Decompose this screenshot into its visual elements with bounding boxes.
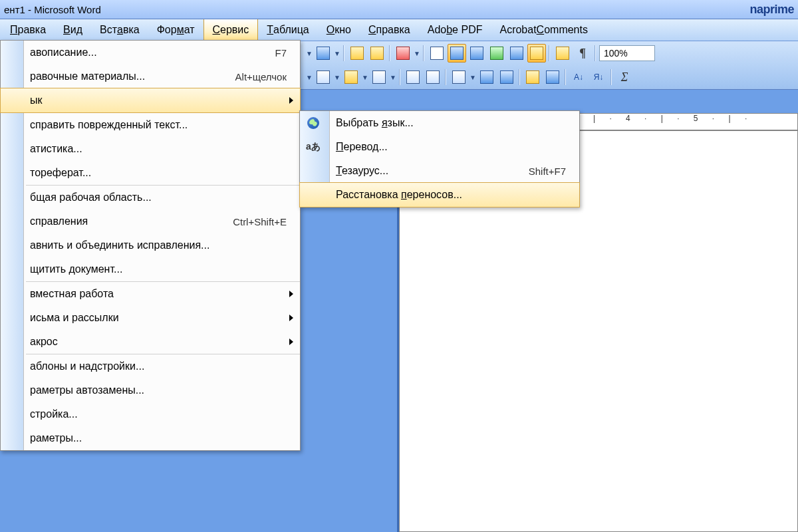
toolbar-drop-icon[interactable]: ▼ [362,74,368,81]
menu-item[interactable]: вместная работа [1,282,300,306]
toolbar-btn[interactable] [527,44,546,63]
submenu-item[interactable]: Расстановка переносов... [299,182,580,207]
menu-item[interactable]: тореферат... [1,161,300,185]
toolbar-btn[interactable] [467,44,486,63]
menu-item-label: раметры... [30,432,287,444]
toolbar-btn[interactable] [314,44,332,63]
menu-правка[interactable]: Правка [1,19,55,41]
menu-вставка[interactable]: Вставка [91,19,148,41]
submenu-arrow-icon [289,97,293,104]
toolbar-drop-icon[interactable]: ▼ [414,50,420,57]
service-menu-dropdown: авописание...F7равочные материалы...Alt+… [0,40,301,451]
menu-item-label: вместная работа [30,288,287,300]
toolbar-btn[interactable] [450,68,468,86]
menu-item-label: справить поврежденный текст... [30,119,287,131]
title-bar: ент1 - Microsoft Word naprime [0,0,798,19]
toolbar-btn[interactable] [477,68,496,86]
menu-item-label: раметры автозамены... [30,384,287,396]
toolbar-separator [565,69,567,85]
toolbar-btn[interactable] [448,44,466,63]
menu-item-label: ык [30,94,287,106]
menu-окно[interactable]: Окно [318,19,360,41]
submenu-item[interactable]: Выбрать язык... [300,111,579,135]
menu-item[interactable]: справленияCtrl+Shift+E [1,209,300,233]
sort-desc-icon[interactable]: Я↓ [589,68,608,86]
toolbar-btn[interactable] [404,68,422,86]
menu-item[interactable]: акрос [1,330,300,354]
submenu-item-label: Выбрать язык... [336,117,566,129]
menu-shortcut: Shift+F7 [509,166,566,177]
menu-item-label: справления [30,215,213,227]
toolbar-drop-icon[interactable]: ▼ [469,74,476,81]
submenu-item[interactable]: aあПеревод... [300,135,579,159]
menu-item-label: авописание... [30,47,255,59]
toolbar-btn[interactable] [370,68,388,86]
toolbar-btn[interactable] [553,44,572,63]
zoom-combo[interactable]: 100% [599,45,655,61]
menu-item-label: аблоны и надстройки... [30,360,287,372]
autosum-icon[interactable]: Σ [615,68,634,86]
toolbar-btn[interactable] [507,44,526,63]
toolbar-btn[interactable] [428,44,446,63]
toolbar-btn[interactable] [424,68,442,86]
menu-item[interactable]: справить поврежденный текст... [1,113,300,137]
submenu-item[interactable]: Тезаурус...Shift+F7 [300,159,579,183]
toolbar-separator [610,69,612,85]
menu-item[interactable]: равочные материалы...Alt+щелчок [1,65,300,88]
toolbar-drop-icon[interactable]: ▼ [390,74,396,81]
toolbar-btn[interactable] [314,68,332,86]
menu-item[interactable]: стройка... [1,402,300,426]
toolbar-separator [445,69,447,85]
menu-item-label: равочные материалы... [30,70,215,82]
menu-adobe-pdf[interactable]: Adobe PDF [419,19,491,41]
menu-item-label: атистика... [30,143,287,155]
submenu-arrow-icon [289,315,293,321]
toolbar-separator [343,45,345,61]
menu-item[interactable]: авнить и объединить исправления... [1,233,300,257]
menu-item[interactable]: авописание...F7 [1,41,300,65]
menu-item-label: акрос [30,336,287,348]
menu-справка[interactable]: Справка [360,19,419,41]
window-title: ент1 - Microsoft Word [4,4,749,15]
pilcrow-icon[interactable]: ¶ [573,44,592,63]
menu-вид[interactable]: Вид [55,19,91,41]
word-window: ент1 - Microsoft Word naprime ПравкаВидВ… [0,0,798,532]
menu-acrobat-comments[interactable]: Acrobat Comments [491,19,597,41]
toolbar-btn[interactable] [394,44,412,63]
menu-item-label: тореферат... [30,167,287,179]
toolbar-overflow-icon[interactable]: ▼ [306,74,313,81]
toolbar-btn[interactable] [543,68,562,86]
menu-таблица[interactable]: Таблица [258,19,317,41]
menu-item[interactable]: бщая рабочая область... [1,186,300,209]
menu-item-label: щитить документ... [30,263,287,275]
toolbar-btn[interactable] [368,44,386,63]
menu-item[interactable]: аблоны и надстройки... [1,354,300,378]
menu-формат[interactable]: Формат [148,19,203,41]
language-submenu: Выбрать язык...aあПеревод...Тезаурус...Sh… [299,110,580,207]
menu-item-label: исьма и рассылки [30,312,287,324]
menu-сервис[interactable]: Сервис [203,19,259,41]
menu-item[interactable]: раметры... [1,426,300,450]
menu-item[interactable]: ык [0,88,301,113]
toolbar-btn[interactable] [487,44,506,63]
translate-icon: aあ [304,140,323,154]
submenu-item-label: Тезаурус... [336,165,509,177]
toolbar-btn[interactable] [342,68,360,86]
menu-item[interactable]: раметры автозамены... [1,378,300,402]
toolbar-btn[interactable] [523,68,542,86]
menu-item[interactable]: исьма и рассылки [1,306,300,330]
sort-asc-icon[interactable]: А↓ [569,68,588,86]
toolbar-overflow-icon[interactable]: ▼ [306,50,313,57]
menu-bar: ПравкаВидВставкаФорматСервисТаблицаОкноС… [0,19,798,41]
toolbar-btn[interactable] [497,68,516,86]
menu-shortcut: Alt+щелчок [215,71,287,82]
menu-shortcut: F7 [255,47,287,59]
toolbar-btn[interactable] [348,44,366,63]
menu-item[interactable]: атистика... [1,137,300,161]
toolbar-drop-icon[interactable]: ▼ [334,50,340,57]
toolbar-separator [389,45,391,61]
menu-item[interactable]: щитить документ... [1,257,300,281]
toolbar-drop-icon[interactable]: ▼ [334,74,340,81]
menu-item-label: авнить и объединить исправления... [30,239,287,251]
toolbar-separator [549,45,551,61]
